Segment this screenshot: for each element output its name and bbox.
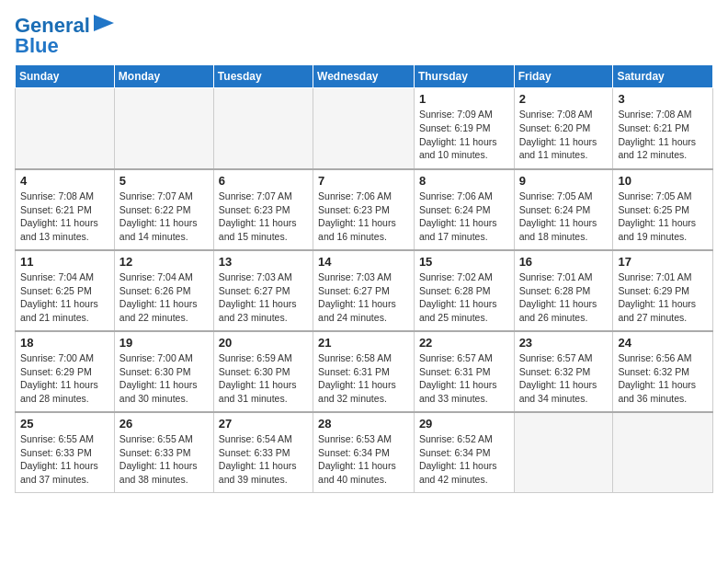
day-info: Sunrise: 7:02 AMSunset: 6:28 PMDaylight:… [419, 270, 509, 325]
svg-marker-0 [94, 15, 114, 31]
day-number: 17 [618, 255, 708, 269]
day-info: Sunrise: 7:06 AMSunset: 6:24 PMDaylight:… [419, 190, 509, 244]
day-info: Sunrise: 7:04 AMSunset: 6:26 PMDaylight:… [119, 270, 209, 325]
day-number: 23 [519, 336, 609, 350]
day-info: Sunrise: 6:53 AMSunset: 6:34 PMDaylight:… [318, 432, 409, 487]
calendar-cell: 15Sunrise: 7:02 AMSunset: 6:28 PMDayligh… [414, 250, 514, 331]
calendar-cell [114, 88, 213, 169]
calendar-cell: 3Sunrise: 7:08 AMSunset: 6:21 PMDaylight… [613, 88, 713, 169]
day-number: 14 [318, 255, 409, 269]
day-info: Sunrise: 7:09 AMSunset: 6:19 PMDaylight:… [419, 108, 509, 162]
day-info: Sunrise: 6:58 AMSunset: 6:31 PMDaylight:… [318, 351, 409, 406]
calendar-cell: 16Sunrise: 7:01 AMSunset: 6:28 PMDayligh… [514, 250, 613, 331]
calendar-header: SundayMondayTuesdayWednesdayThursdayFrid… [16, 65, 713, 88]
day-number: 19 [119, 336, 209, 350]
weekday-header-saturday: Saturday [613, 65, 713, 88]
day-number: 9 [519, 174, 609, 188]
calendar-cell: 5Sunrise: 7:07 AMSunset: 6:22 PMDaylight… [114, 169, 213, 250]
day-info: Sunrise: 6:55 AMSunset: 6:33 PMDaylight:… [20, 432, 109, 487]
day-info: Sunrise: 6:56 AMSunset: 6:32 PMDaylight:… [618, 351, 708, 406]
weekday-header-tuesday: Tuesday [213, 65, 313, 88]
calendar-week-row: 18Sunrise: 7:00 AMSunset: 6:29 PMDayligh… [16, 331, 713, 412]
calendar-week-row: 25Sunrise: 6:55 AMSunset: 6:33 PMDayligh… [16, 412, 713, 493]
calendar-cell: 13Sunrise: 7:03 AMSunset: 6:27 PMDayligh… [213, 250, 313, 331]
calendar-cell [313, 88, 415, 169]
day-number: 15 [419, 255, 509, 269]
day-info: Sunrise: 6:59 AMSunset: 6:30 PMDaylight:… [219, 351, 308, 406]
calendar-cell: 24Sunrise: 6:56 AMSunset: 6:32 PMDayligh… [613, 331, 713, 412]
calendar-cell: 10Sunrise: 7:05 AMSunset: 6:25 PMDayligh… [613, 169, 713, 250]
calendar-cell [613, 412, 713, 493]
weekday-header-monday: Monday [114, 65, 213, 88]
day-number: 11 [20, 255, 109, 269]
calendar-cell: 27Sunrise: 6:54 AMSunset: 6:33 PMDayligh… [213, 412, 313, 493]
day-number: 2 [519, 92, 609, 106]
calendar-cell: 17Sunrise: 7:01 AMSunset: 6:29 PMDayligh… [613, 250, 713, 331]
day-info: Sunrise: 7:08 AMSunset: 6:21 PMDaylight:… [20, 190, 109, 244]
day-info: Sunrise: 6:52 AMSunset: 6:34 PMDaylight:… [419, 432, 509, 487]
day-number: 10 [618, 174, 708, 188]
calendar-cell [16, 88, 115, 169]
day-number: 27 [219, 417, 308, 431]
calendar-table: SundayMondayTuesdayWednesdayThursdayFrid… [15, 64, 713, 493]
day-info: Sunrise: 7:06 AMSunset: 6:23 PMDaylight:… [318, 190, 409, 244]
day-info: Sunrise: 6:57 AMSunset: 6:31 PMDaylight:… [419, 351, 509, 406]
day-info: Sunrise: 7:05 AMSunset: 6:24 PMDaylight:… [519, 190, 609, 244]
day-number: 4 [20, 174, 109, 188]
day-info: Sunrise: 7:08 AMSunset: 6:21 PMDaylight:… [618, 108, 708, 162]
day-number: 7 [318, 174, 409, 188]
day-number: 20 [219, 336, 308, 350]
calendar-body: 1Sunrise: 7:09 AMSunset: 6:19 PMDaylight… [16, 88, 713, 493]
day-number: 6 [219, 174, 308, 188]
day-info: Sunrise: 7:00 AMSunset: 6:29 PMDaylight:… [20, 351, 109, 406]
page-header: General Blue [15, 15, 713, 57]
calendar-cell: 11Sunrise: 7:04 AMSunset: 6:25 PMDayligh… [16, 250, 115, 331]
calendar-cell: 23Sunrise: 6:57 AMSunset: 6:32 PMDayligh… [514, 331, 613, 412]
day-number: 21 [318, 336, 409, 350]
day-info: Sunrise: 6:57 AMSunset: 6:32 PMDaylight:… [519, 351, 609, 406]
day-info: Sunrise: 7:01 AMSunset: 6:29 PMDaylight:… [618, 270, 708, 325]
day-info: Sunrise: 7:00 AMSunset: 6:30 PMDaylight:… [119, 351, 209, 406]
calendar-cell: 14Sunrise: 7:03 AMSunset: 6:27 PMDayligh… [313, 250, 415, 331]
day-number: 5 [119, 174, 209, 188]
calendar-week-row: 11Sunrise: 7:04 AMSunset: 6:25 PMDayligh… [16, 250, 713, 331]
weekday-header-thursday: Thursday [414, 65, 514, 88]
calendar-cell: 19Sunrise: 7:00 AMSunset: 6:30 PMDayligh… [114, 331, 213, 412]
calendar-cell: 22Sunrise: 6:57 AMSunset: 6:31 PMDayligh… [414, 331, 514, 412]
calendar-cell: 20Sunrise: 6:59 AMSunset: 6:30 PMDayligh… [213, 331, 313, 412]
day-number: 18 [20, 336, 109, 350]
day-number: 29 [419, 417, 509, 431]
day-number: 25 [20, 417, 109, 431]
day-number: 8 [419, 174, 509, 188]
day-info: Sunrise: 7:04 AMSunset: 6:25 PMDaylight:… [20, 270, 109, 325]
day-info: Sunrise: 6:54 AMSunset: 6:33 PMDaylight:… [219, 432, 308, 487]
day-number: 22 [419, 336, 509, 350]
day-number: 3 [618, 92, 708, 106]
day-info: Sunrise: 7:03 AMSunset: 6:27 PMDaylight:… [219, 270, 308, 325]
calendar-cell [514, 412, 613, 493]
calendar-cell: 21Sunrise: 6:58 AMSunset: 6:31 PMDayligh… [313, 331, 415, 412]
calendar-cell: 12Sunrise: 7:04 AMSunset: 6:26 PMDayligh… [114, 250, 213, 331]
logo: General Blue [15, 15, 114, 57]
day-number: 24 [618, 336, 708, 350]
calendar-cell: 29Sunrise: 6:52 AMSunset: 6:34 PMDayligh… [414, 412, 514, 493]
calendar-week-row: 1Sunrise: 7:09 AMSunset: 6:19 PMDaylight… [16, 88, 713, 169]
calendar-cell: 25Sunrise: 6:55 AMSunset: 6:33 PMDayligh… [16, 412, 115, 493]
logo-arrow-icon [94, 15, 114, 31]
calendar-cell [213, 88, 313, 169]
calendar-cell: 7Sunrise: 7:06 AMSunset: 6:23 PMDaylight… [313, 169, 415, 250]
day-info: Sunrise: 6:55 AMSunset: 6:33 PMDaylight:… [119, 432, 209, 487]
day-number: 13 [219, 255, 308, 269]
day-info: Sunrise: 7:07 AMSunset: 6:23 PMDaylight:… [219, 190, 308, 244]
calendar-cell: 6Sunrise: 7:07 AMSunset: 6:23 PMDaylight… [213, 169, 313, 250]
calendar-cell: 4Sunrise: 7:08 AMSunset: 6:21 PMDaylight… [16, 169, 115, 250]
calendar-cell: 1Sunrise: 7:09 AMSunset: 6:19 PMDaylight… [414, 88, 514, 169]
day-number: 28 [318, 417, 409, 431]
calendar-cell: 28Sunrise: 6:53 AMSunset: 6:34 PMDayligh… [313, 412, 415, 493]
day-number: 1 [419, 92, 509, 106]
day-info: Sunrise: 7:03 AMSunset: 6:27 PMDaylight:… [318, 270, 409, 325]
calendar-cell: 8Sunrise: 7:06 AMSunset: 6:24 PMDaylight… [414, 169, 514, 250]
calendar-cell: 9Sunrise: 7:05 AMSunset: 6:24 PMDaylight… [514, 169, 613, 250]
weekday-header-friday: Friday [514, 65, 613, 88]
calendar-week-row: 4Sunrise: 7:08 AMSunset: 6:21 PMDaylight… [16, 169, 713, 250]
